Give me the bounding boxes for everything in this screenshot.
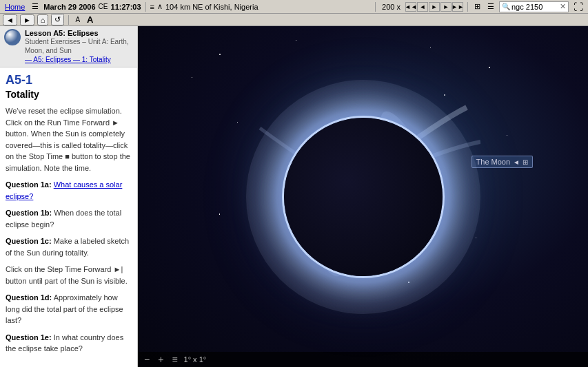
menu-icon[interactable]: ☰ <box>30 2 41 11</box>
eclipse-wrapper <box>138 26 588 367</box>
search-input[interactable] <box>511 3 560 11</box>
refresh-button[interactable]: ↺ <box>51 14 64 25</box>
text-size-large[interactable]: A <box>85 14 95 25</box>
home-button[interactable]: ⌂ <box>37 14 49 25</box>
search-icon: 🔍 <box>502 3 510 10</box>
question-1d: Question 1d: Approximately how long did … <box>6 292 132 326</box>
nav-play-button[interactable]: ► <box>429 2 440 12</box>
menu-icon2[interactable]: ☰ <box>485 2 496 11</box>
stellarium-view[interactable]: The Moon ◄ ⊞ − + ≡ 1° x 1° <box>138 26 588 367</box>
nav-next-button[interactable]: ► <box>440 2 452 12</box>
text-size-small[interactable]: A <box>73 16 82 23</box>
lesson-subtitle: Student Exercises – Unit A: Earth, Moon,… <box>25 37 133 64</box>
top-toolbar: Home ☰ March 29 2006 CE 11:27:03 ≡ ∧ 104… <box>0 0 588 14</box>
moon-disk <box>284 118 443 276</box>
section-id: A5-1 <box>6 73 132 87</box>
question-1a: Question 1a: What causes a solar eclipse… <box>6 179 132 202</box>
step-instruction: Click on the Step Time Forward ►| button… <box>6 264 132 286</box>
home-link[interactable]: Home <box>3 3 27 11</box>
back-button[interactable]: ◄ <box>3 14 17 25</box>
fullscreen-icon[interactable]: ⛶ <box>571 1 585 12</box>
nav-last-button[interactable]: ►► <box>452 2 463 12</box>
lesson-title: Lesson A5: Eclipses <box>25 29 133 37</box>
eclipse-visual <box>246 80 480 314</box>
coord-icon1: ≡ <box>150 3 154 11</box>
main-area: Lesson A5: Eclipses Student Exercises – … <box>0 26 588 367</box>
breadcrumb[interactable]: — A5: Eclipses — 1: Totality <box>25 56 111 63</box>
left-panel: Lesson A5: Eclipses Student Exercises – … <box>0 26 138 367</box>
forward-button[interactable]: ► <box>20 14 34 25</box>
coord-icon2: ∧ <box>157 2 163 11</box>
nav-first-button[interactable]: ◄◄ <box>405 2 416 12</box>
ce-label: CE <box>99 3 108 10</box>
intro-text: We've reset the eclipse simulation. Clic… <box>6 105 132 174</box>
question-1c: Question 1c: Make a labeled sketch of th… <box>6 235 132 258</box>
lesson-text: Lesson A5: Eclipses Student Exercises – … <box>25 29 133 64</box>
content-area: A5-1 Totality We've reset the eclipse si… <box>0 67 137 367</box>
question-1b: Question 1b: When does the total eclipse… <box>6 207 132 230</box>
nav-prev-button[interactable]: ◄ <box>417 2 428 12</box>
view-icon[interactable]: ⊞ <box>472 2 483 11</box>
time-display: 11:27:03 <box>111 3 141 11</box>
zoom-level: 200 x <box>382 3 401 11</box>
lesson-icon <box>4 29 21 45</box>
section-title: Totality <box>6 89 132 100</box>
date-display: March 29 2006 <box>43 3 95 11</box>
location-display: 104 km NE of Kishi, Nigeria <box>165 3 371 11</box>
question-1e: Question 1e: In what country does the ec… <box>6 332 132 355</box>
search-clear-button[interactable]: ✕ <box>560 2 566 11</box>
second-toolbar: ◄ ► ⌂ ↺ A A <box>0 14 588 26</box>
nav-controls: ◄◄ ◄ ► ► ►► <box>405 2 463 12</box>
search-box: 🔍 ✕ <box>499 1 569 12</box>
lesson-header: Lesson A5: Eclipses Student Exercises – … <box>0 26 137 67</box>
